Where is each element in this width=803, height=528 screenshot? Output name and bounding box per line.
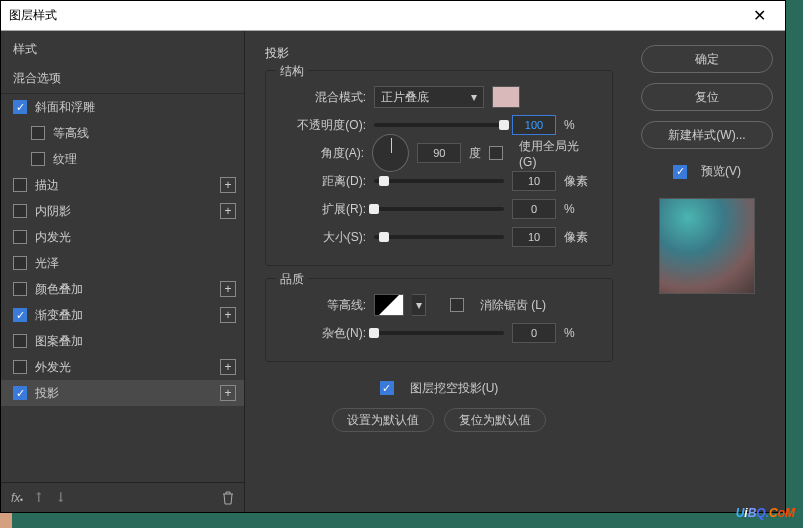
sidebar-subheader[interactable]: 混合选项 [1, 64, 244, 94]
contour-picker[interactable] [374, 294, 404, 316]
style-label: 斜面和浮雕 [35, 99, 236, 116]
sidebar-header: 样式 [1, 31, 244, 64]
style-checkbox[interactable] [13, 386, 27, 400]
preview-checkbox[interactable] [673, 165, 687, 179]
style-item-11[interactable]: 投影+ [1, 380, 244, 406]
ok-button[interactable]: 确定 [641, 45, 773, 73]
style-checkbox[interactable] [13, 308, 27, 322]
style-checkbox[interactable] [31, 152, 45, 166]
add-effect-icon[interactable]: + [220, 203, 236, 219]
distance-input[interactable] [512, 171, 556, 191]
add-effect-icon[interactable]: + [220, 177, 236, 193]
color-swatch[interactable] [492, 86, 520, 108]
reset-default-button[interactable]: 复位为默认值 [444, 408, 546, 432]
panel-title: 投影 [265, 45, 613, 62]
fx-icon[interactable]: fx▪ [11, 491, 23, 505]
global-light-checkbox[interactable] [489, 146, 503, 160]
style-checkbox[interactable] [13, 282, 27, 296]
close-button[interactable]: ✕ [741, 2, 777, 30]
style-checkbox[interactable] [13, 100, 27, 114]
style-label: 图案叠加 [35, 333, 236, 350]
size-input[interactable] [512, 227, 556, 247]
settings-panel: 投影 结构 混合模式: 正片叠底▾ 不透明度(O): % 角度(A): [245, 31, 629, 512]
antialias-label: 消除锯齿 (L) [480, 297, 546, 314]
trash-icon[interactable] [222, 491, 234, 505]
style-label: 纹理 [53, 151, 236, 168]
style-checkbox[interactable] [13, 230, 27, 244]
right-panel: 确定 复位 新建样式(W)... 预览(V) [629, 31, 785, 512]
style-label: 描边 [35, 177, 220, 194]
size-label: 大小(S): [280, 229, 366, 246]
add-effect-icon[interactable]: + [220, 359, 236, 375]
noise-input[interactable] [512, 323, 556, 343]
style-item-10[interactable]: 外发光+ [1, 354, 244, 380]
style-item-0[interactable]: 斜面和浮雕 [1, 94, 244, 120]
quality-group: 品质 等高线: ▾ 消除锯齿 (L) 杂色(N): % [265, 278, 613, 362]
preview-swatch [659, 198, 755, 294]
style-item-5[interactable]: 内发光 [1, 224, 244, 250]
dialog-title: 图层样式 [9, 7, 57, 24]
blend-mode-select[interactable]: 正片叠底▾ [374, 86, 484, 108]
style-item-1[interactable]: 等高线 [1, 120, 244, 146]
style-checkbox[interactable] [13, 204, 27, 218]
opacity-input[interactable] [512, 115, 556, 135]
structure-group: 结构 混合模式: 正片叠底▾ 不透明度(O): % 角度(A): 度 [265, 70, 613, 266]
opacity-slider[interactable] [374, 123, 504, 127]
style-checkbox[interactable] [13, 334, 27, 348]
style-label: 内发光 [35, 229, 236, 246]
spread-label: 扩展(R): [280, 201, 366, 218]
angle-input[interactable] [417, 143, 461, 163]
add-effect-icon[interactable]: + [220, 307, 236, 323]
layer-style-dialog: 图层样式 ✕ 样式 混合选项 斜面和浮雕等高线纹理描边+内阴影+内发光光泽颜色叠… [0, 0, 786, 513]
style-item-8[interactable]: 渐变叠加+ [1, 302, 244, 328]
style-item-3[interactable]: 描边+ [1, 172, 244, 198]
style-item-7[interactable]: 颜色叠加+ [1, 276, 244, 302]
size-slider[interactable] [374, 235, 504, 239]
style-item-9[interactable]: 图案叠加 [1, 328, 244, 354]
watermark: UiBQ.CoM [736, 499, 795, 522]
style-checkbox[interactable] [13, 360, 27, 374]
style-label: 渐变叠加 [35, 307, 220, 324]
style-item-6[interactable]: 光泽 [1, 250, 244, 276]
contour-label: 等高线: [280, 297, 366, 314]
opacity-label: 不透明度(O): [280, 117, 366, 134]
spread-input[interactable] [512, 199, 556, 219]
knockout-checkbox[interactable] [380, 381, 394, 395]
style-item-2[interactable]: 纹理 [1, 146, 244, 172]
styles-sidebar: 样式 混合选项 斜面和浮雕等高线纹理描边+内阴影+内发光光泽颜色叠加+渐变叠加+… [1, 31, 245, 512]
style-label: 内阴影 [35, 203, 220, 220]
up-arrow-icon[interactable]: 🠕 [33, 491, 45, 505]
preview-label: 预览(V) [701, 163, 741, 180]
chevron-down-icon: ▾ [471, 90, 477, 104]
noise-label: 杂色(N): [280, 325, 366, 342]
contour-dropdown[interactable]: ▾ [412, 294, 426, 316]
style-label: 颜色叠加 [35, 281, 220, 298]
new-style-button[interactable]: 新建样式(W)... [641, 121, 773, 149]
knockout-label: 图层挖空投影(U) [410, 380, 499, 397]
style-label: 光泽 [35, 255, 236, 272]
style-checkbox[interactable] [31, 126, 45, 140]
group-title-quality: 品质 [276, 271, 308, 288]
add-effect-icon[interactable]: + [220, 281, 236, 297]
style-label: 等高线 [53, 125, 236, 142]
angle-label: 角度(A): [280, 145, 364, 162]
add-effect-icon[interactable]: + [220, 385, 236, 401]
blend-mode-label: 混合模式: [280, 89, 366, 106]
style-label: 投影 [35, 385, 220, 402]
down-arrow-icon[interactable]: 🠗 [55, 491, 67, 505]
make-default-button[interactable]: 设置为默认值 [332, 408, 434, 432]
distance-slider[interactable] [374, 179, 504, 183]
style-checkbox[interactable] [13, 256, 27, 270]
spread-slider[interactable] [374, 207, 504, 211]
noise-slider[interactable] [374, 331, 504, 335]
global-light-label: 使用全局光 (G) [519, 138, 598, 169]
style-label: 外发光 [35, 359, 220, 376]
group-title-structure: 结构 [276, 63, 308, 80]
style-item-4[interactable]: 内阴影+ [1, 198, 244, 224]
antialias-checkbox[interactable] [450, 298, 464, 312]
titlebar: 图层样式 ✕ [1, 1, 785, 31]
distance-label: 距离(D): [280, 173, 366, 190]
cancel-button[interactable]: 复位 [641, 83, 773, 111]
style-checkbox[interactable] [13, 178, 27, 192]
